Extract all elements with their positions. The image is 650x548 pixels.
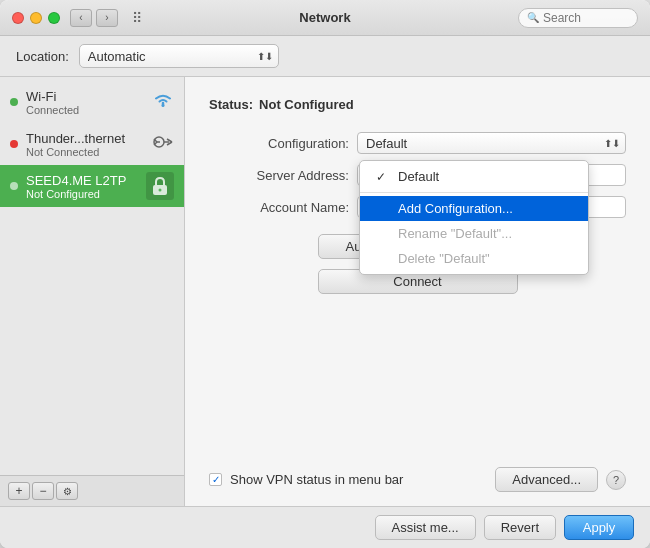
wifi-text: Wi-Fi Connected (26, 89, 148, 116)
traffic-lights (12, 12, 60, 24)
configuration-select-wrapper: Default ⬆⬇ (357, 132, 626, 154)
dropdown-item-delete: Delete "Default" (360, 246, 588, 271)
dropdown-item-default[interactable]: ✓ Default (360, 164, 588, 189)
window: ‹ › ⠿ Network 🔍 Location: Automatic ⬆⬇ (0, 0, 650, 548)
configuration-dropdown-menu: ✓ Default Add Configuration... Rename "D… (359, 160, 589, 275)
configuration-select[interactable]: Default (357, 132, 626, 154)
vpn-checkbox[interactable] (209, 473, 222, 486)
thunderbolt-name: Thunder...thernet (26, 131, 148, 146)
form-area: Configuration: Default ⬆⬇ ✓ Default (209, 132, 626, 218)
detail-panel: Status: Not Configured Configuration: De… (185, 77, 650, 506)
sidebar: Wi-Fi Connected (0, 77, 185, 506)
bottom-bar: Assist me... Revert Apply (0, 506, 650, 548)
account-name-label: Account Name: (209, 200, 349, 215)
apply-button[interactable]: Apply (564, 515, 634, 540)
l2tp-name: SEED4.ME L2TP (26, 173, 146, 188)
sidebar-toolbar: + − ⚙ (0, 475, 184, 506)
search-icon: 🔍 (527, 12, 539, 23)
settings-button[interactable]: ⚙ (56, 482, 78, 500)
help-button[interactable]: ? (606, 470, 626, 490)
dropdown-add-label: Add Configuration... (398, 201, 513, 216)
grid-button[interactable]: ⠿ (126, 9, 148, 27)
checkmark-icon: ✓ (376, 170, 390, 184)
configuration-label: Configuration: (209, 136, 349, 151)
maximize-button[interactable] (48, 12, 60, 24)
l2tp-text: SEED4.ME L2TP Not Configured (26, 173, 146, 200)
thunderbolt-status: Not Connected (26, 146, 148, 158)
configuration-row: Configuration: Default ⬆⬇ (209, 132, 626, 154)
nav-buttons: ‹ › (70, 9, 118, 27)
sidebar-item-thunderbolt[interactable]: Thunder...thernet Not Connected (0, 123, 184, 165)
status-label: Status: (209, 97, 253, 112)
status-row: Status: Not Configured (209, 97, 626, 112)
location-label: Location: (16, 49, 69, 64)
thunderbolt-status-dot (10, 140, 18, 148)
minimize-button[interactable] (30, 12, 42, 24)
l2tp-lock-icon (146, 172, 174, 200)
add-network-button[interactable]: + (8, 482, 30, 500)
sidebar-list: Wi-Fi Connected (0, 77, 184, 475)
server-address-label: Server Address: (209, 168, 349, 183)
dropdown-item-add[interactable]: Add Configuration... (360, 196, 588, 221)
wifi-status-dot (10, 98, 18, 106)
thunderbolt-text: Thunder...thernet Not Connected (26, 131, 148, 158)
thunderbolt-icon (152, 134, 174, 155)
revert-button[interactable]: Revert (484, 515, 556, 540)
vpn-checkbox-label: Show VPN status in menu bar (230, 472, 403, 487)
svg-point-9 (159, 189, 162, 192)
assist-button[interactable]: Assist me... (375, 515, 476, 540)
location-select-wrapper: Automatic ⬆⬇ (79, 44, 279, 68)
search-bar[interactable]: 🔍 (518, 8, 638, 28)
dropdown-delete-label: Delete "Default" (398, 251, 490, 266)
vpn-status-row: Show VPN status in menu bar Advanced... … (209, 467, 626, 506)
close-button[interactable] (12, 12, 24, 24)
location-select[interactable]: Automatic (79, 44, 279, 68)
sidebar-item-wifi[interactable]: Wi-Fi Connected (0, 81, 184, 123)
status-value: Not Configured (259, 97, 354, 112)
wifi-icon (152, 92, 174, 113)
dropdown-divider (360, 192, 588, 193)
forward-button[interactable]: › (96, 9, 118, 27)
sidebar-item-l2tp[interactable]: SEED4.ME L2TP Not Configured (0, 165, 184, 207)
search-input[interactable] (543, 11, 633, 25)
dropdown-default-label: Default (398, 169, 439, 184)
remove-network-button[interactable]: − (32, 482, 54, 500)
dropdown-item-rename: Rename "Default"... (360, 221, 588, 246)
back-button[interactable]: ‹ (70, 9, 92, 27)
titlebar: ‹ › ⠿ Network 🔍 (0, 0, 650, 36)
wifi-name: Wi-Fi (26, 89, 148, 104)
l2tp-status: Not Configured (26, 188, 146, 200)
l2tp-status-dot (10, 182, 18, 190)
main-content: Wi-Fi Connected (0, 77, 650, 506)
dropdown-rename-label: Rename "Default"... (398, 226, 512, 241)
svg-point-0 (162, 104, 165, 107)
wifi-status: Connected (26, 104, 148, 116)
advanced-button[interactable]: Advanced... (495, 467, 598, 492)
window-title: Network (299, 10, 350, 25)
location-bar: Location: Automatic ⬆⬇ (0, 36, 650, 77)
